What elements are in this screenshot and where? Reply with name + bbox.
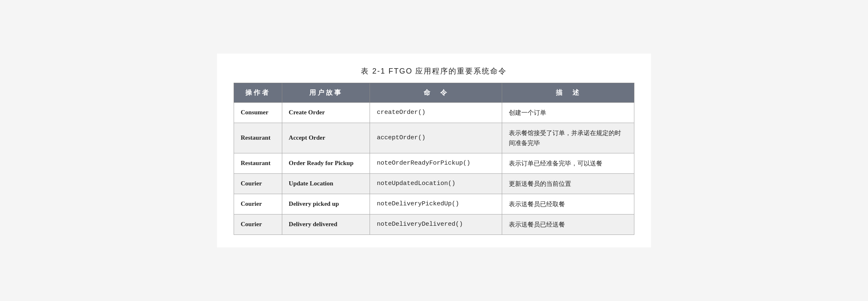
table-row: ConsumerCreate OrdercreateOrder()创建一个订单 [234, 102, 634, 123]
cell-actor: Courier [234, 173, 282, 194]
table-body: ConsumerCreate OrdercreateOrder()创建一个订单R… [234, 102, 634, 234]
header-story: 用户故事 [282, 83, 370, 103]
cell-desc: 表示送餐员已经取餐 [502, 194, 634, 214]
cell-command: noteOrderReadyForPickup() [370, 153, 502, 173]
cell-command: createOrder() [370, 102, 502, 123]
cell-actor: Consumer [234, 102, 282, 123]
cell-command: noteDeliveryPickedUp() [370, 194, 502, 214]
table-row: CourierUpdate LocationnoteUpdatedLocatio… [234, 173, 634, 194]
cell-actor: Restaurant [234, 123, 282, 153]
cell-story: Accept Order [282, 123, 370, 153]
header-command: 命 令 [370, 83, 502, 103]
cell-desc: 表示订单已经准备完毕，可以送餐 [502, 153, 634, 173]
table-row: CourierDelivery picked upnoteDeliveryPic… [234, 194, 634, 214]
cell-actor: Restaurant [234, 153, 282, 173]
cell-desc: 表示送餐员已经送餐 [502, 214, 634, 234]
cell-command: noteUpdatedLocation() [370, 173, 502, 194]
data-table: 操作者 用户故事 命 令 描 述 ConsumerCreate Ordercre… [234, 83, 634, 235]
cell-command: acceptOrder() [370, 123, 502, 153]
table-title: 表 2-1 FTGO 应用程序的重要系统命令 [234, 66, 634, 76]
cell-command: noteDeliveryDelivered() [370, 214, 502, 234]
cell-story: Create Order [282, 102, 370, 123]
cell-story: Delivery picked up [282, 194, 370, 214]
table-row: RestaurantAccept OrderacceptOrder()表示餐馆接… [234, 123, 634, 153]
table-row: CourierDelivery deliverednoteDeliveryDel… [234, 214, 634, 234]
header-desc: 描 述 [502, 83, 634, 103]
cell-story: Update Location [282, 173, 370, 194]
page-container: 表 2-1 FTGO 应用程序的重要系统命令 操作者 用户故事 命 令 描 述 … [217, 54, 651, 247]
table-row: RestaurantOrder Ready for PickupnoteOrde… [234, 153, 634, 173]
cell-desc: 创建一个订单 [502, 102, 634, 123]
cell-actor: Courier [234, 194, 282, 214]
cell-story: Order Ready for Pickup [282, 153, 370, 173]
header-actor: 操作者 [234, 83, 282, 103]
cell-story: Delivery delivered [282, 214, 370, 234]
cell-desc: 更新送餐员的当前位置 [502, 173, 634, 194]
cell-desc: 表示餐馆接受了订单，并承诺在规定的时间准备完毕 [502, 123, 634, 153]
cell-actor: Courier [234, 214, 282, 234]
table-header-row: 操作者 用户故事 命 令 描 述 [234, 83, 634, 103]
